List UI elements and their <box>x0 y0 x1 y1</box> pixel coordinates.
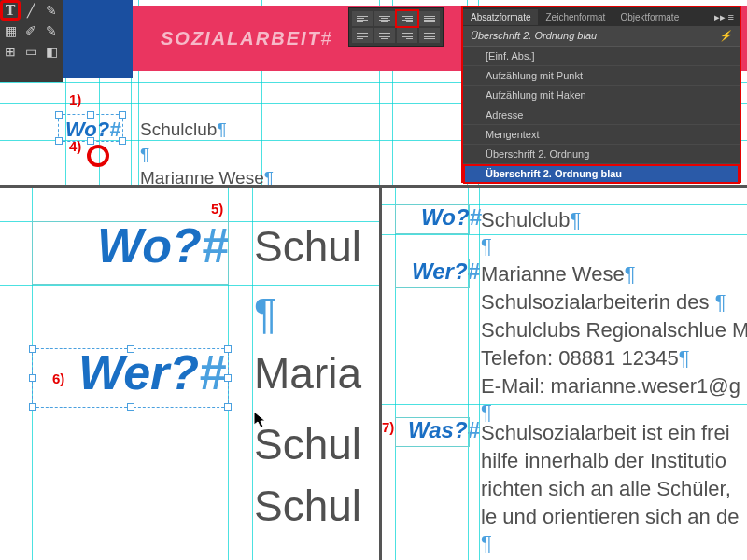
align-7[interactable] <box>397 28 417 43</box>
schul-big3: Schul <box>254 481 361 531</box>
align-5[interactable] <box>352 28 373 43</box>
tool-4[interactable]: ▦ <box>0 21 21 41</box>
align-left[interactable] <box>352 11 373 26</box>
paragraph-styles-panel: Absatzformate Zeichenformat Objektformat… <box>461 6 741 183</box>
tool-3[interactable]: ✎ <box>41 0 62 21</box>
pilcrow-big: ¶ <box>254 288 277 339</box>
blue-block <box>63 0 133 78</box>
maria-big: Maria <box>254 348 361 399</box>
line5: Telefon: 08881 12345¶ <box>481 344 689 373</box>
marianne-med: Marianne Wese¶ <box>481 260 636 289</box>
tool-5[interactable]: ✐ <box>21 21 41 41</box>
style-item-5[interactable]: Überschrift 2. Ordnung <box>463 145 740 164</box>
annotation-7: 7) <box>382 419 394 435</box>
tool-7[interactable]: ⊞ <box>0 41 21 62</box>
tool-8[interactable]: ▭ <box>21 41 41 62</box>
align-8[interactable] <box>419 28 440 43</box>
style-item-6[interactable]: Überschrift 2. Ordnung blau <box>463 164 740 184</box>
align-6[interactable] <box>374 28 395 43</box>
align-center[interactable] <box>374 11 395 26</box>
tool-6[interactable]: ✎ <box>41 21 62 41</box>
style-item-4[interactable]: Mengentext <box>463 125 740 145</box>
line4: Schulclubs Regionalschlue M <box>481 316 747 345</box>
pilcrow: ¶ <box>140 145 149 165</box>
line6: E-Mail: marianne.weser1@g <box>481 372 740 401</box>
paragraph-align-panel <box>348 7 444 47</box>
line3: Schulsozialarbeiterin des ¶ <box>481 288 726 317</box>
header-title: SOZIALARBEIT <box>161 28 321 49</box>
style-item-1[interactable]: Aufzählung mit Punkt <box>463 66 740 86</box>
annotation-5: 5) <box>211 201 223 217</box>
was4: le und orientieren sich an de <box>481 503 739 532</box>
schulclub-text: Schulclub¶ <box>140 119 227 140</box>
tab-objektformate[interactable]: Objektformate <box>613 9 686 25</box>
cursor-icon <box>254 412 271 430</box>
annotation-1: 1) <box>69 91 81 107</box>
annotation-circle <box>87 145 109 167</box>
was3: richten sich an alle Schüler, <box>481 475 731 504</box>
style-item-3[interactable]: Adresse <box>463 105 740 125</box>
type-tool[interactable]: T <box>0 0 21 21</box>
tab-absatzformate[interactable]: Absatzformate <box>463 9 538 25</box>
tool-2[interactable]: ╱ <box>21 0 41 21</box>
style-item-0[interactable]: [Einf. Abs.] <box>463 47 740 66</box>
tab-zeichenformat[interactable]: Zeichenformat <box>538 9 613 25</box>
was1: Schulsozialarbeit ist ein frei <box>481 419 730 448</box>
panel-menu-icon[interactable]: ▸▸ ≡ <box>709 11 740 23</box>
current-style: Überschrift 2. Ordnung blau⚡ <box>463 26 740 47</box>
style-item-2[interactable]: Aufzählung mit Haken <box>463 86 740 105</box>
was2: hilfe innerhalb der Institutio <box>481 447 726 476</box>
bolt-icon[interactable]: ⚡ <box>719 30 732 42</box>
schul-big: Schul <box>254 221 361 272</box>
tools-panel: T ╱ ✎ ▦ ✐ ✎ ⊞ ▭ ◧ <box>0 0 63 82</box>
annotation-6: 6) <box>52 371 64 386</box>
align-right[interactable] <box>397 11 417 26</box>
schulclub-med: Schulclub¶ <box>481 206 581 235</box>
align-justify[interactable] <box>419 11 440 26</box>
tool-9[interactable]: ◧ <box>41 41 62 62</box>
annotation-4: 4) <box>69 138 81 154</box>
